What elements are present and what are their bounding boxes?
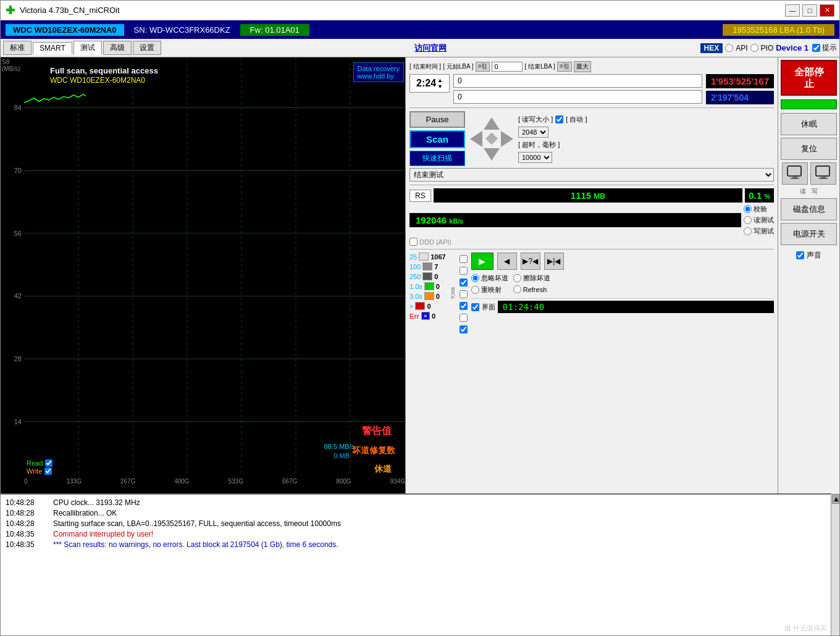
tab-settings[interactable]: 设置 [133, 41, 161, 55]
rewind-button[interactable]: ◀ [497, 253, 517, 270]
x-label-267g: 267G [120, 478, 135, 485]
remap-radio[interactable] [471, 286, 479, 294]
block-1s-label: 1.0s [410, 283, 422, 290]
block-cb-6[interactable] [460, 314, 468, 322]
play-button[interactable]: ▶ [471, 253, 494, 270]
block-cb-5[interactable] [460, 302, 468, 310]
interface-label: 界面 [482, 303, 495, 312]
block-250-row: 250 0 [410, 272, 446, 280]
lba-end-eq-button[interactable]: =引 [557, 62, 572, 72]
sound-checkbox[interactable] [796, 251, 804, 259]
lba-start-input[interactable] [492, 62, 523, 72]
end-test-select[interactable]: 结束测试 [410, 168, 774, 182]
scan-button[interactable]: Scan [410, 130, 465, 148]
close-button[interactable]: ✕ [820, 4, 834, 17]
block-cb-7[interactable] [460, 325, 468, 333]
ignore-bad-radio[interactable] [471, 274, 479, 282]
block-size-row: [ 读写大小 ] [ 自动 ] [518, 115, 587, 124]
refresh-radio[interactable] [513, 285, 521, 293]
erase-bad-radio[interactable] [513, 274, 521, 282]
nav-left-button[interactable] [470, 131, 482, 147]
log-msg-2: Recallibration... OK [53, 509, 117, 517]
pause-button[interactable]: Pause [410, 111, 465, 128]
read-icon-button[interactable] [782, 162, 808, 185]
log-time-3: 10:48:28 [6, 519, 46, 528]
lba-end-red-display: 1'953'525'167 [706, 74, 774, 88]
write-icon-button[interactable] [810, 162, 836, 185]
block-err-row: > 0 [410, 302, 446, 310]
website-link[interactable]: 访问官网 [414, 43, 447, 54]
timeout-select[interactable]: 10000 [518, 152, 552, 163]
pct-display: 0.1 % [745, 188, 774, 203]
erase-bad-label: 擦除坏道 [523, 274, 550, 283]
read-test-radio[interactable] [744, 216, 752, 224]
nav-down-button[interactable] [484, 148, 500, 161]
log-area[interactable]: 10:48:28 CPU clock... 3193.32 MHz 10:48:… [1, 493, 839, 635]
minimize-button[interactable]: — [785, 4, 800, 17]
lba-second-value-input[interactable] [453, 90, 702, 104]
disk-info-button[interactable]: 磁盘信息 [781, 198, 837, 220]
auto-checkbox[interactable] [555, 115, 563, 123]
read-write-icons [781, 162, 837, 185]
block-cb-3[interactable] [460, 278, 468, 287]
block-cb-1[interactable] [460, 255, 468, 263]
reset-button[interactable]: 复位 [781, 138, 837, 160]
lba-top-row: [ 结束时间 ] [ 元始LBA ] =引 [ 结束LBA ] =引 最大 [410, 61, 774, 72]
write-test-radio[interactable] [744, 227, 752, 235]
playback-row: ▶ ◀ ▶?◀ ▶|◀ [471, 253, 774, 270]
scrollbar-thumb[interactable]: ▲ [832, 494, 839, 504]
scan-section: Pause Scan 快速扫描 [410, 111, 774, 166]
title-bar: ✚ Victoria 4.73b_CN_miCROit — □ ✕ [1, 1, 839, 20]
spinner-down-icon[interactable]: ▼ [437, 83, 443, 90]
hex-button[interactable]: HEX [700, 43, 723, 53]
timer-value: 2:24 [416, 78, 436, 89]
svg-rect-12 [788, 166, 801, 176]
block-250-label: 250 [410, 273, 421, 280]
lba-start-value-input[interactable] [453, 74, 702, 88]
nav-center-diamond [485, 133, 498, 145]
log-msg-5: *** Scan results: no warnings, no errors… [53, 540, 338, 549]
nav-up-button[interactable] [484, 117, 500, 130]
stop-all-button[interactable]: 全部停止 [781, 60, 837, 96]
block-cb-2[interactable] [460, 267, 468, 275]
x-label-800g: 800G [336, 478, 351, 485]
verify-radio[interactable] [744, 205, 752, 213]
tab-standard[interactable]: 标准 [3, 41, 32, 55]
lba-end-values: 1'953'525'167 2'197'504 [706, 74, 774, 104]
spinner-up-icon[interactable]: ▲ [437, 77, 443, 83]
log-scrollbar[interactable]: ▲ [831, 493, 839, 635]
hint-checkbox[interactable] [812, 44, 820, 52]
timer-spinner[interactable]: ▲ ▼ [437, 77, 443, 90]
remap-row: 重映射 [471, 285, 508, 295]
api-radio[interactable] [725, 44, 733, 52]
lba-second-value: 2'197'504 [711, 93, 749, 103]
lba-eq-button[interactable]: =引 [476, 62, 490, 72]
lba-max-button[interactable]: 最大 [574, 61, 591, 72]
block-size-select[interactable]: 2048 [518, 127, 548, 138]
tab-test[interactable]: 测试 [74, 41, 102, 55]
test-mode-radios: 校验 读测试 写测试 [744, 204, 774, 236]
maximize-button[interactable]: □ [802, 4, 817, 17]
graph-area: S8 (MB/s) 84 70 56 42 28 14 [1, 57, 405, 493]
interface-checkbox[interactable] [471, 303, 479, 311]
tab-advanced[interactable]: 高级 [103, 41, 132, 55]
graph-svg [24, 57, 405, 476]
log-time-5: 10:48:35 [6, 540, 46, 549]
axis-vert-label: Y,ms [450, 287, 456, 299]
step-forward-button[interactable]: ▶?◀ [521, 253, 540, 270]
skip-end-button[interactable]: ▶|◀ [544, 253, 564, 270]
separator-2 [410, 185, 774, 185]
block-cb-4[interactable] [460, 290, 468, 298]
nav-right-button[interactable] [501, 131, 513, 147]
quick-scan-button[interactable]: 快速扫描 [410, 151, 465, 166]
sleep-button[interactable]: 休眠 [781, 113, 837, 135]
ddd-checkbox[interactable] [410, 238, 418, 246]
rs-button[interactable]: RS [410, 190, 431, 202]
sound-label: 声音 [807, 250, 821, 261]
y-label-84: 84 [14, 104, 22, 111]
device-label: Device 1 [776, 43, 808, 52]
tab-smart[interactable]: SMART [33, 42, 72, 54]
x-label-133g: 133G [66, 478, 81, 485]
power-button[interactable]: 电源开关 [781, 223, 837, 245]
pio-radio[interactable] [750, 44, 758, 52]
